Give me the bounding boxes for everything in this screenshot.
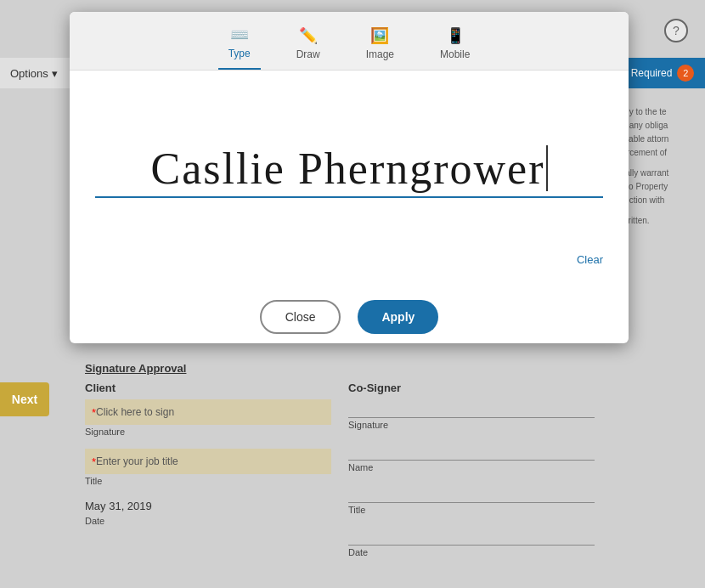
image-icon: 🖼️: [370, 26, 389, 45]
client-signature-placeholder: Click here to sign: [96, 406, 174, 418]
next-label: Next: [12, 393, 37, 406]
cosigner-name-group: Name: [348, 442, 595, 472]
text-cursor: [546, 145, 548, 191]
tab-type-label: Type: [228, 48, 251, 59]
cosigner-name-field[interactable]: [348, 442, 595, 461]
options-label[interactable]: Options: [10, 67, 48, 80]
signature-underline: [95, 196, 603, 198]
cosigner-name-label: Name: [348, 462, 595, 472]
apply-button[interactable]: Apply: [358, 300, 438, 334]
cosigner-signature-field[interactable]: [348, 399, 595, 418]
close-button[interactable]: Close: [260, 300, 341, 334]
help-button[interactable]: ?: [664, 19, 688, 42]
client-signature-group: * Click here to sign Signature: [85, 399, 331, 437]
cosigner-date-field[interactable]: [348, 527, 595, 546]
clear-link[interactable]: Clear: [577, 253, 603, 266]
tab-image-label: Image: [366, 48, 394, 60]
cosigner-title-field[interactable]: [348, 484, 595, 503]
client-name-label: Title: [85, 476, 331, 486]
tab-image[interactable]: 🖼️ Image: [356, 21, 404, 69]
tab-type[interactable]: ⌨️ Type: [218, 20, 261, 70]
type-icon: ⌨️: [230, 25, 249, 44]
client-signature-field[interactable]: * Click here to sign: [85, 399, 331, 425]
cosigner-date-label: Date: [348, 547, 595, 557]
cosigner-title-label: Title: [348, 505, 595, 515]
required-label: Required: [631, 67, 673, 79]
cosigner-signature-group: Signature: [348, 399, 595, 430]
cosigner-date-group: Date: [348, 527, 595, 557]
required-count: 2: [677, 65, 694, 82]
required-badge: Required 2: [620, 58, 705, 88]
next-button[interactable]: Next: [0, 382, 49, 416]
client-date-value: May 31, 2019: [85, 498, 331, 514]
client-name-group: * Enter your job title Title: [85, 449, 331, 486]
two-column-layout: Client * Click here to sign Signature * …: [85, 382, 612, 566]
signature-input-area[interactable]: Casllie Pherngrower: [95, 88, 603, 223]
modal-footer: Close Apply: [70, 283, 629, 343]
tab-mobile-label: Mobile: [440, 48, 470, 60]
tab-draw-label: Draw: [296, 48, 320, 60]
modal-body: Casllie Pherngrower Clear: [70, 71, 629, 274]
client-name-field[interactable]: * Enter your job title: [85, 449, 331, 474]
mobile-icon: 📱: [446, 26, 465, 45]
modal-tabs: ⌨️ Type ✏️ Draw 🖼️ Image 📱 Mobile: [70, 12, 629, 71]
form-section: Signature Approval Client * Click here t…: [68, 353, 629, 574]
signature-modal: ⌨️ Type ✏️ Draw 🖼️ Image 📱 Mobile Caslli…: [70, 12, 629, 343]
draw-icon: ✏️: [299, 26, 318, 45]
tab-mobile[interactable]: 📱 Mobile: [430, 21, 480, 69]
cosigner-column: Co-Signer Signature Name Title Date: [348, 382, 612, 566]
signature-text: Casllie Pherngrower: [150, 147, 544, 191]
client-label: Client: [85, 382, 331, 394]
cosigner-label: Co-Signer: [348, 382, 595, 394]
cosigner-title-group: Title: [348, 484, 595, 515]
client-date-label: Date: [85, 516, 331, 526]
client-name-placeholder: Enter your job title: [96, 455, 178, 467]
help-icon: ?: [673, 24, 680, 37]
chevron-down-icon: ▾: [52, 67, 58, 80]
client-column: Client * Click here to sign Signature * …: [85, 382, 348, 566]
cosigner-signature-label: Signature: [348, 420, 595, 430]
client-date-group: May 31, 2019 Date: [85, 498, 331, 526]
section-title: Signature Approval: [85, 362, 612, 375]
tab-draw[interactable]: ✏️ Draw: [286, 21, 330, 69]
client-signature-label: Signature: [85, 427, 331, 437]
